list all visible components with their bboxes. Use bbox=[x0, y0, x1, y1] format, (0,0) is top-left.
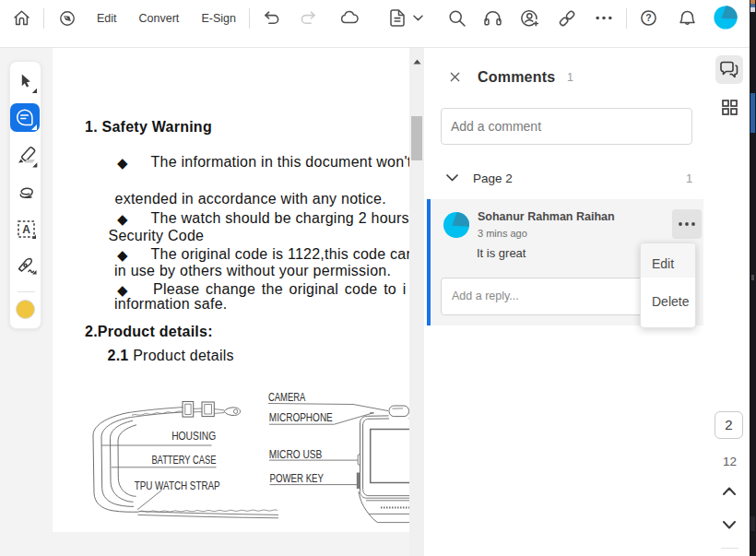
svg-text:MICRO USB: MICRO USB bbox=[269, 447, 323, 461]
svg-text:A: A bbox=[22, 223, 30, 236]
svg-text:CAMERA: CAMERA bbox=[268, 390, 306, 404]
svg-text:MICROPHONE: MICROPHONE bbox=[269, 410, 333, 424]
svg-text:BATTERY CASE: BATTERY CASE bbox=[151, 453, 216, 467]
svg-text:?: ? bbox=[645, 12, 651, 23]
svg-text:POWER KEY: POWER KEY bbox=[270, 471, 325, 485]
svg-text:HOUSING: HOUSING bbox=[171, 429, 216, 443]
svg-text:TPU WATCH STRAP: TPU WATCH STRAP bbox=[135, 479, 220, 492]
